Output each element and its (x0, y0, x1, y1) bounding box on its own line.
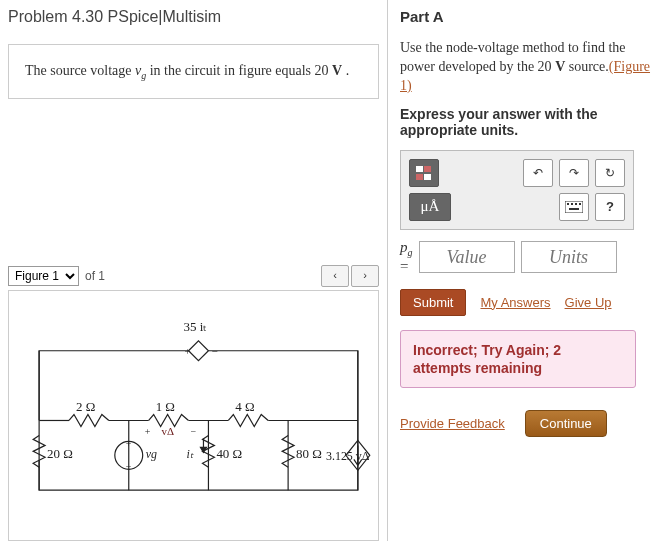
problem-title: Problem 4.30 PSpice|Multisim (8, 8, 379, 26)
svg-rect-9 (416, 174, 423, 180)
my-answers-link[interactable]: My Answers (480, 295, 550, 310)
part-a-instruction: Use the node-voltage method to find the … (400, 39, 658, 96)
figure-select[interactable]: Figure 1 (8, 266, 79, 286)
answer-toolbox: ↶ ↷ ↻ μÅ ? (400, 150, 634, 230)
svg-rect-16 (569, 208, 579, 210)
svg-rect-12 (567, 203, 569, 205)
svg-text:+: + (145, 426, 151, 437)
units-hint: Express your answer with the appropriate… (400, 106, 658, 138)
dep-src-label: 3.125 vΔ (326, 449, 370, 463)
bottom-row: Provide Feedback Continue (400, 410, 658, 437)
instr-v: V (555, 59, 565, 74)
stem-post: in the circuit in figure equals 20 (146, 63, 332, 78)
figure-of-label: of 1 (85, 269, 105, 283)
r4-label: 20 Ω (47, 446, 73, 461)
reset-button[interactable]: ↻ (595, 159, 625, 187)
figure-toolbar: Figure 1 of 1 ‹ › (8, 265, 379, 287)
template-button[interactable] (409, 159, 439, 187)
give-up-link[interactable]: Give Up (565, 295, 612, 310)
submit-button[interactable]: Submit (400, 289, 466, 316)
r3-label: 4 Ω (235, 399, 254, 414)
problem-stem: The source voltage vg in the circuit in … (8, 44, 379, 99)
svg-text:+: + (185, 345, 191, 357)
figure-next-button[interactable]: › (351, 265, 379, 287)
stem-unit: V (332, 63, 342, 78)
svg-text:−: − (191, 426, 197, 437)
svg-rect-15 (579, 203, 581, 205)
svg-rect-10 (424, 174, 431, 180)
svg-text:+: + (126, 438, 132, 449)
circuit-figure: + − + − + − 35 iₜ 2 Ω 1 Ω 4 Ω vΔ 20 Ω vg… (8, 290, 379, 541)
svg-text:−: − (126, 461, 132, 472)
figure-prev-button[interactable]: ‹ (321, 265, 349, 287)
help-button[interactable]: ? (595, 193, 625, 221)
units-input[interactable] (521, 241, 617, 273)
units-button[interactable]: μÅ (409, 193, 451, 221)
stem-pre: The source voltage (25, 63, 135, 78)
undo-button[interactable]: ↶ (523, 159, 553, 187)
answer-symbol: pg (400, 240, 413, 258)
vg-label: vg (146, 447, 157, 461)
svg-rect-11 (565, 201, 583, 213)
svg-text:−: − (211, 345, 217, 357)
r6-label: 80 Ω (296, 446, 322, 461)
svg-rect-14 (575, 203, 577, 205)
submit-row: Submit My Answers Give Up (400, 289, 658, 316)
ccvs-label: 35 iₜ (184, 319, 208, 334)
r1-label: 2 Ω (76, 399, 95, 414)
svg-rect-13 (571, 203, 573, 205)
it-label: iₜ (187, 447, 194, 461)
stem-tail: . (342, 63, 349, 78)
equals-sign: = (400, 258, 413, 275)
svg-rect-8 (424, 166, 431, 172)
r5-label: 40 Ω (216, 446, 242, 461)
r2-label: 1 Ω (156, 399, 175, 414)
keyboard-button[interactable] (559, 193, 589, 221)
instr-post: source. (565, 59, 609, 74)
redo-button[interactable]: ↷ (559, 159, 589, 187)
value-input[interactable] (419, 241, 515, 273)
vdelta-label: vΔ (162, 425, 175, 437)
provide-feedback-link[interactable]: Provide Feedback (400, 416, 505, 431)
part-a-title: Part A (400, 8, 658, 25)
continue-button[interactable]: Continue (525, 410, 607, 437)
answer-row: pg = (400, 240, 658, 275)
feedback-message: Incorrect; Try Again; 2 attempts remaini… (400, 330, 636, 388)
svg-rect-7 (416, 166, 423, 172)
